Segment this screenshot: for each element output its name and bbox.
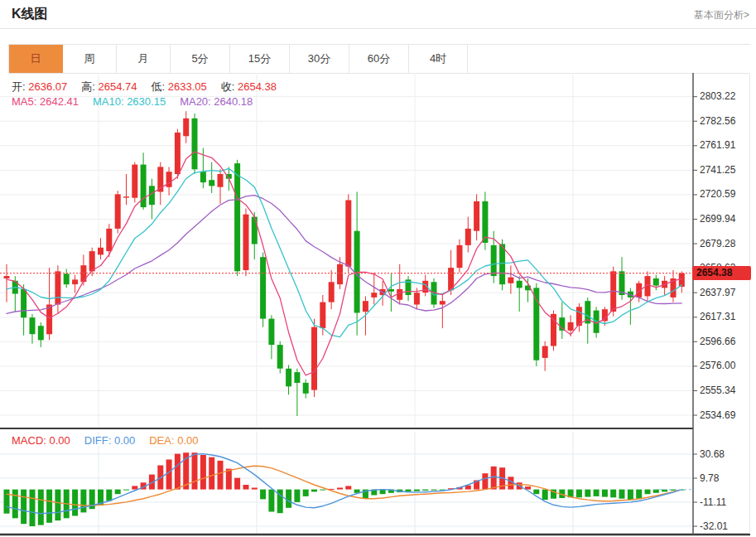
y-axis-label: 2617.31 <box>700 311 735 322</box>
readout-item: DIFF: 0.00 <box>84 434 135 447</box>
readout-item: 收: 2654.38 <box>221 80 277 94</box>
macd-readout: MACD: 0.00DIFF: 0.00DEA: 0.00 <box>12 434 213 447</box>
readout-item: MACD: 0.00 <box>12 434 70 447</box>
y-axis-label: 2741.25 <box>700 164 735 176</box>
y-axis-label: 2699.94 <box>700 213 735 225</box>
y-axis-label: 2761.91 <box>700 139 735 151</box>
readout-item: MA20: 2640.18 <box>180 95 253 108</box>
y-axis-label: 9.78 <box>700 472 719 484</box>
y-axis-label: 2720.59 <box>700 188 735 200</box>
y-axis-label: 2637.97 <box>700 287 735 298</box>
readout-item: MA5: 2642.41 <box>12 95 79 108</box>
current-price-badge: 2654.38 <box>692 266 751 280</box>
readout-item: MA10: 2630.15 <box>93 95 166 108</box>
y-axis-label: 2679.28 <box>700 238 735 249</box>
y-axis-label: 2576.00 <box>700 360 735 371</box>
readout-item: 高: 2654.74 <box>81 80 137 94</box>
y-axis-label: 2555.34 <box>700 385 735 396</box>
y-axis-label: 2782.56 <box>700 115 735 127</box>
y-axis-label: 2596.66 <box>700 336 735 347</box>
y-axis-label: 2803.22 <box>700 90 735 102</box>
macd-histogram <box>4 452 685 526</box>
ohlc-readout: 开: 2636.07高: 2654.74低: 2633.05收: 2654.38 <box>12 80 291 94</box>
readout-item: 低: 2633.05 <box>151 80 206 94</box>
readout-item: 开: 2636.07 <box>12 80 67 94</box>
ma-readout: MA5: 2642.41MA10: 2630.15MA20: 2640.18 <box>12 95 267 108</box>
readout-item: DEA: 0.00 <box>149 434 198 447</box>
y-axis-label: 30.68 <box>700 448 725 460</box>
y-axis-label: -11.11 <box>700 496 726 508</box>
y-axis-label: -32.01 <box>700 520 728 532</box>
y-axis-label: 2534.69 <box>700 409 735 421</box>
